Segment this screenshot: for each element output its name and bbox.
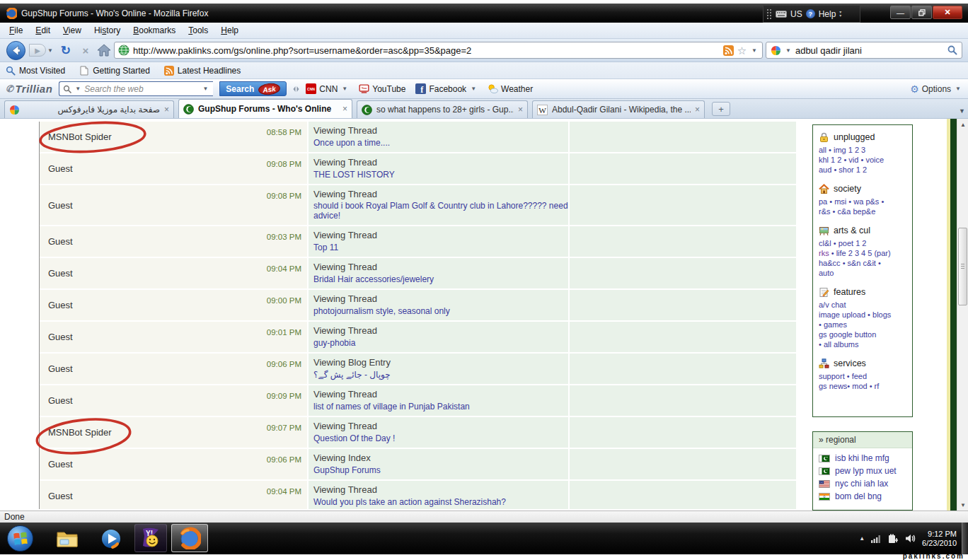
language-bar[interactable]: US ? Help ▾▾ bbox=[763, 5, 860, 23]
sidebar-link[interactable]: • all albums bbox=[819, 340, 858, 349]
sidebar-link[interactable]: khl 1 2 • vid • voice bbox=[819, 156, 884, 164]
bookmark-most-visited[interactable]: Most Visited bbox=[6, 66, 65, 76]
sidebar-link[interactable]: • games bbox=[819, 320, 847, 329]
sidebar-link[interactable]: pa • msi • wa p&s • bbox=[819, 197, 884, 206]
rss-icon[interactable] bbox=[723, 45, 734, 56]
explorer-taskbar-icon[interactable] bbox=[55, 527, 79, 551]
forward-button[interactable]: ▶ bbox=[29, 44, 46, 57]
trillian-link-weather[interactable]: Weather bbox=[488, 83, 533, 94]
thread-link[interactable]: Top 11 bbox=[313, 243, 338, 252]
menu-view[interactable]: View bbox=[57, 24, 88, 37]
t-engine-dropdown-icon[interactable]: ▼ bbox=[74, 86, 82, 92]
sidebar-link[interactable]: gs news• mod • rf bbox=[819, 382, 879, 390]
thread-link[interactable]: photojournalism style, seasonal only bbox=[313, 306, 450, 316]
trillian-link-facebook[interactable]: fFacebook▼ bbox=[415, 83, 478, 94]
gripper-icon[interactable] bbox=[766, 8, 772, 20]
speaker-icon[interactable] bbox=[905, 534, 916, 543]
history-dropdown-icon[interactable]: ▼ bbox=[46, 47, 54, 54]
thread-link[interactable]: THE LOST HISTORY bbox=[313, 170, 395, 180]
tab-4[interactable]: WAbdul-Qadir Gilani - Wikipedia, the ...… bbox=[532, 100, 705, 118]
site-favicon-globe-icon[interactable] bbox=[118, 45, 129, 56]
trillian-search-button[interactable]: Search Ask bbox=[219, 81, 287, 96]
bookmark-dropdown-icon[interactable]: ▼ bbox=[750, 47, 759, 54]
thread-link[interactable]: Once upon a time.... bbox=[313, 138, 390, 148]
back-button[interactable] bbox=[6, 40, 26, 61]
restore-button[interactable] bbox=[911, 6, 932, 19]
trillian-link-youtube[interactable]: YouYouTube bbox=[359, 83, 405, 94]
url-bar[interactable]: ☆ ▼ bbox=[114, 42, 763, 59]
menu-help[interactable]: Help bbox=[214, 24, 245, 37]
thread-link[interactable]: Question Of the Day ! bbox=[313, 433, 395, 443]
tab-close-icon[interactable]: × bbox=[695, 105, 700, 115]
show-desktop-button[interactable] bbox=[962, 523, 968, 554]
url-input[interactable] bbox=[133, 45, 720, 56]
minimize-button[interactable]: — bbox=[890, 6, 911, 19]
regional-link[interactable]: isb khi lhe mfg bbox=[813, 448, 912, 465]
menu-bookmarks[interactable]: Bookmarks bbox=[127, 24, 182, 37]
hidden-icons-button[interactable]: ▲ bbox=[859, 535, 865, 542]
regional-link[interactable]: bom del bng bbox=[813, 490, 912, 503]
trillian-search-input[interactable] bbox=[84, 84, 199, 94]
help-label[interactable]: Help bbox=[819, 9, 836, 19]
bookmark-getting-started[interactable]: Getting Started bbox=[79, 66, 150, 76]
regional-link[interactable]: pew lyp mux uet bbox=[813, 465, 912, 477]
menu-history[interactable]: History bbox=[88, 24, 127, 37]
thread-link[interactable]: Would you pls take an action against She… bbox=[313, 497, 506, 507]
scroll-up-icon[interactable]: ▲ bbox=[957, 119, 968, 130]
sidebar-link[interactable]: rks bbox=[819, 249, 829, 257]
scrollbar-thumb[interactable] bbox=[958, 228, 967, 305]
tab-close-icon[interactable]: × bbox=[518, 105, 523, 115]
menu-tools[interactable]: Tools bbox=[182, 24, 214, 37]
t-suggest-dropdown-icon[interactable]: ▼ bbox=[201, 86, 209, 92]
start-button[interactable] bbox=[7, 525, 33, 552]
trillian-link-cnn[interactable]: CNNCNN▼ bbox=[306, 83, 349, 94]
sidebar-link[interactable]: cl&l • poet 1 2 bbox=[819, 239, 866, 247]
bookmark-latest-headlines[interactable]: Latest Headlines bbox=[164, 66, 241, 76]
sidebar-link[interactable]: image upload • blogs bbox=[819, 310, 891, 319]
list-all-tabs-button[interactable]: ▼ bbox=[959, 107, 965, 115]
sidebar-link[interactable]: all • img 1 2 3 bbox=[819, 146, 865, 154]
tab-1[interactable]: صفحة بداية موزيلا فايرفوكس× bbox=[4, 100, 174, 118]
tab-3[interactable]: so what happens to 28+ girls - Gup...× bbox=[357, 100, 528, 118]
link-dropdown-icon[interactable]: ▼ bbox=[340, 86, 349, 92]
menu-edit[interactable]: Edit bbox=[29, 24, 57, 37]
tab-2[interactable]: GupShup Forums - Who's Online× bbox=[178, 99, 352, 118]
link-dropdown-icon[interactable]: ▼ bbox=[469, 86, 478, 92]
thread-link[interactable]: GupShup Forums bbox=[313, 465, 381, 475]
scroll-down-icon[interactable]: ▼ bbox=[957, 499, 968, 511]
options-button[interactable]: ⚙ Options ▼ bbox=[910, 83, 962, 95]
sidebar-link[interactable]: a/v chat bbox=[819, 301, 846, 309]
thread-link[interactable]: list of names of village in Punjab Pakis… bbox=[313, 402, 470, 412]
sidebar-link[interactable]: aud • shor 1 2 bbox=[819, 165, 867, 174]
clock[interactable]: 9:12 PM 6/23/2010 bbox=[922, 530, 957, 548]
sidebar-link[interactable]: r&s • c&a bep&e bbox=[819, 207, 875, 216]
power-plug-icon[interactable] bbox=[888, 534, 899, 543]
home-button[interactable] bbox=[97, 44, 111, 57]
bookmark-star-icon[interactable]: ☆ bbox=[737, 45, 747, 56]
sidebar-link[interactable]: support • feed bbox=[819, 372, 867, 380]
sidebar-link[interactable]: • life 2 3 4 5 (par) bbox=[829, 249, 891, 257]
yahoo-messenger-taskbar-icon[interactable]: Y! bbox=[134, 524, 167, 552]
langbar-arrows-icon[interactable]: ▾▾ bbox=[839, 11, 841, 18]
stop-button[interactable]: × bbox=[77, 45, 94, 57]
lang-indicator[interactable]: US bbox=[790, 9, 802, 19]
engine-dropdown-icon[interactable]: ▼ bbox=[784, 47, 793, 54]
web-search-input[interactable] bbox=[795, 45, 945, 56]
network-signal-icon[interactable] bbox=[871, 534, 882, 543]
thread-link[interactable]: چوپال - جائے پش گے؟ bbox=[313, 370, 391, 380]
trillian-search-box[interactable]: ▼ ▼ bbox=[59, 81, 213, 96]
search-go-icon[interactable] bbox=[947, 45, 957, 55]
toolbar-splitter-icon[interactable] bbox=[293, 84, 299, 94]
options-dropdown-icon[interactable]: ▼ bbox=[954, 86, 962, 92]
menu-file[interactable]: File bbox=[3, 24, 29, 37]
tab-close-icon[interactable]: × bbox=[164, 105, 169, 115]
thread-link[interactable]: guy-phobia bbox=[313, 338, 355, 348]
regional-link[interactable]: nyc chi iah lax bbox=[813, 477, 912, 490]
web-search-bar[interactable]: ▼ bbox=[766, 42, 962, 59]
media-player-taskbar-icon[interactable] bbox=[99, 527, 123, 551]
sidebar-link[interactable]: ha&cc • s&n c&it • bbox=[819, 259, 881, 267]
new-tab-button[interactable]: + bbox=[712, 102, 730, 116]
tab-close-icon[interactable]: × bbox=[342, 104, 347, 114]
firefox-taskbar-icon[interactable] bbox=[171, 524, 208, 552]
thread-link[interactable]: should i book Royal Plam Golf & Country … bbox=[313, 201, 568, 221]
